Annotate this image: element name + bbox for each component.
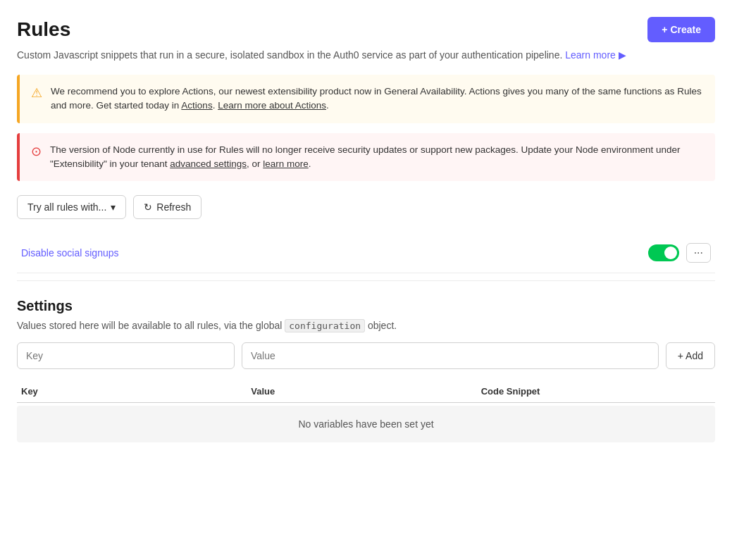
ellipsis-icon: ··· [694, 247, 703, 259]
page-header: Rules + Create [17, 17, 715, 42]
section-divider [17, 280, 715, 281]
rules-toolbar: Try all rules with... ▾ ↻ Refresh [17, 195, 715, 219]
settings-subtitle: Values stored here will be available to … [17, 320, 715, 331]
settings-input-row: + Add [17, 342, 715, 369]
settings-section: Settings Values stored here will be avai… [17, 298, 715, 442]
key-input[interactable] [17, 342, 235, 369]
node-learn-more-link[interactable]: learn more [263, 158, 309, 169]
add-variable-button[interactable]: + Add [666, 342, 715, 369]
error-text: The version of Node currently in use for… [50, 143, 704, 172]
page-title: Rules [17, 18, 70, 41]
col-header-key: Key [21, 386, 251, 397]
rule-toggle[interactable] [648, 244, 679, 261]
settings-table-header: Key Value Code Snippet [17, 380, 715, 403]
refresh-button[interactable]: ↻ Refresh [133, 195, 201, 219]
page-subtitle: Custom Javascript snippets that run in a… [17, 49, 715, 61]
warning-text: We recommend you to explore Actions, our… [51, 85, 704, 113]
error-alert: ⊙ The version of Node currently in use f… [17, 133, 715, 182]
refresh-icon: ↻ [144, 201, 152, 213]
try-all-label: Try all rules with... [27, 201, 106, 213]
learn-more-actions-link[interactable]: Learn more about Actions [218, 100, 326, 111]
col-header-code-snippet: Code Snippet [481, 386, 711, 397]
warning-alert: ⚠ We recommend you to explore Actions, o… [17, 75, 715, 123]
no-variables-message: No variables have been set yet [17, 406, 715, 442]
dropdown-chevron-icon: ▾ [111, 201, 116, 213]
actions-link[interactable]: Actions [181, 100, 212, 111]
table-row: Disable social signups ··· [17, 233, 715, 273]
col-header-value: Value [251, 386, 480, 397]
rule-actions: ··· [648, 243, 711, 263]
learn-more-link[interactable]: Learn more ▶ [565, 49, 626, 61]
rules-list: Disable social signups ··· [17, 233, 715, 273]
rule-name-link[interactable]: Disable social signups [21, 247, 119, 259]
refresh-label: Refresh [156, 201, 191, 213]
try-all-rules-button[interactable]: Try all rules with... ▾ [17, 195, 126, 219]
rule-more-button[interactable]: ··· [686, 243, 711, 263]
advanced-settings-link[interactable]: advanced settings [170, 158, 247, 169]
settings-title: Settings [17, 298, 715, 314]
warning-icon: ⚠ [31, 85, 42, 101]
create-button[interactable]: + Create [647, 17, 715, 42]
value-input[interactable] [242, 342, 659, 369]
error-icon: ⊙ [31, 144, 42, 159]
toggle-slider [648, 244, 679, 261]
